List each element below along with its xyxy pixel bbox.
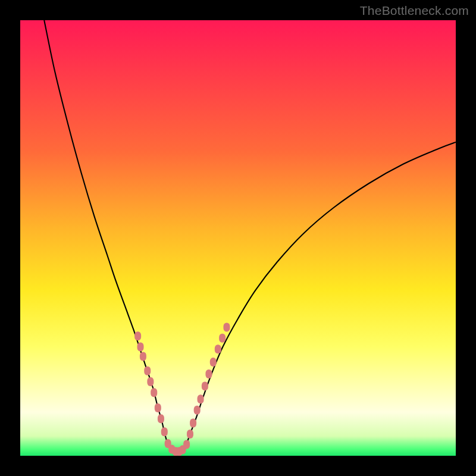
marker-dot [161,427,168,436]
bottleneck-chart [0,0,476,476]
marker-dot [140,352,146,361]
marker-dot [198,394,204,403]
marker-dot [210,358,217,367]
marker-dot [205,369,212,378]
marker-dot [147,377,154,386]
gradient-background [20,20,456,456]
marker-dot [194,406,201,415]
marker-dot [187,430,193,439]
marker-dot [215,345,221,353]
chart-root: TheBottleneck.com [0,0,476,476]
marker-dot [151,388,157,397]
marker-dot [144,367,151,375]
marker-dot [190,419,196,428]
marker-dot [219,334,226,343]
marker-dot [134,331,141,340]
marker-dot [223,323,230,332]
watermark-text: TheBottleneck.com [360,4,469,18]
marker-dot [137,343,144,352]
marker-dot [183,440,190,449]
marker-dot [202,381,208,390]
marker-dot [155,403,161,412]
marker-dot [158,414,164,423]
